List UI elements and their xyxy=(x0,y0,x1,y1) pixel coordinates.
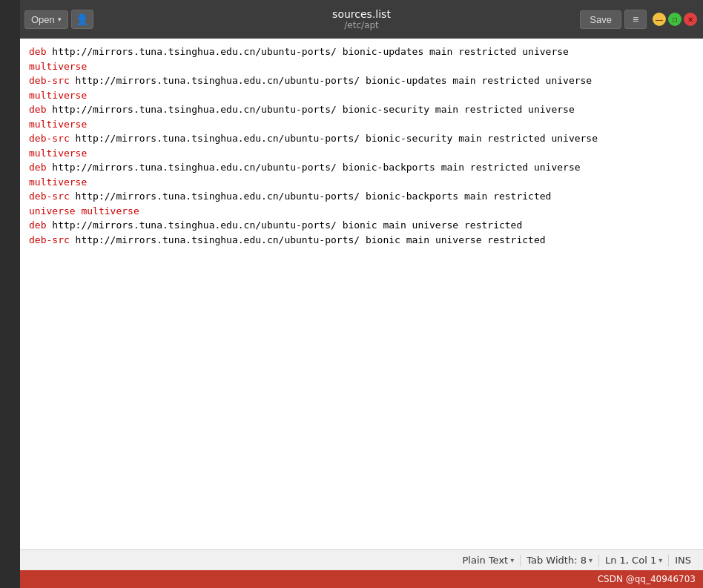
minimize-button[interactable]: — xyxy=(653,13,666,26)
titlebar-right-controls: Save ≡ — □ ✕ xyxy=(580,10,697,29)
maximize-icon: □ xyxy=(673,16,677,24)
editor-line: deb http://mirrors.tuna.tsinghua.edu.cn/… xyxy=(29,160,694,175)
bottom-bar: CSDN @qq_40946703 xyxy=(20,570,703,588)
plain-text-label: Plain Text xyxy=(462,555,508,566)
editor-line: deb-src http://mirrors.tuna.tsinghua.edu… xyxy=(29,233,694,248)
editor-line: deb http://mirrors.tuna.tsinghua.edu.cn/… xyxy=(29,44,694,59)
editor-line: deb http://mirrors.tuna.tsinghua.edu.cn/… xyxy=(29,218,694,233)
editor-line: deb-src http://mirrors.tuna.tsinghua.edu… xyxy=(29,73,694,88)
editor-line: multiverse xyxy=(29,175,694,190)
editor-line: deb-src http://mirrors.tuna.tsinghua.edu… xyxy=(29,131,694,146)
user-icon-button[interactable]: 👤 xyxy=(71,10,93,29)
tab-width-label: Tab Width: 8 xyxy=(527,555,587,566)
user-icon: 👤 xyxy=(76,13,88,25)
cursor-position-selector[interactable]: Ln 1, Col 1 ▾ xyxy=(599,550,668,570)
editor-window: Open ▾ 👤 sources.list /etc/apt Save ≡ — xyxy=(20,0,703,588)
tab-width-selector[interactable]: Tab Width: 8 ▾ xyxy=(521,550,598,570)
editor-content[interactable]: deb http://mirrors.tuna.tsinghua.edu.cn/… xyxy=(20,39,703,549)
open-label: Open xyxy=(31,14,55,25)
editor-line: multiverse xyxy=(29,146,694,161)
ins-mode-label[interactable]: INS xyxy=(669,550,697,570)
editor-line: multiverse xyxy=(29,59,694,74)
editor-text-area[interactable]: deb http://mirrors.tuna.tsinghua.edu.cn/… xyxy=(20,39,703,253)
editor-line: deb http://mirrors.tuna.tsinghua.edu.cn/… xyxy=(29,102,694,117)
left-bg-panel xyxy=(0,0,20,588)
file-title: sources.list xyxy=(332,8,391,20)
close-button[interactable]: ✕ xyxy=(684,13,697,26)
window-controls: — □ ✕ xyxy=(653,13,697,26)
cursor-position-label: Ln 1, Col 1 xyxy=(605,555,656,566)
editor-line: multiverse xyxy=(29,88,694,103)
minimize-icon: — xyxy=(656,16,663,24)
editor-line: multiverse xyxy=(29,117,694,132)
titlebar-left-controls: Open ▾ 👤 xyxy=(20,10,93,29)
close-icon: ✕ xyxy=(687,16,693,24)
plain-text-selector[interactable]: Plain Text ▾ xyxy=(456,550,520,570)
ins-label: INS xyxy=(675,555,691,566)
maximize-button[interactable]: □ xyxy=(668,13,681,26)
cursor-position-dropdown-arrow: ▾ xyxy=(659,556,662,564)
open-button[interactable]: Open ▾ xyxy=(24,10,68,29)
file-path: /etc/apt xyxy=(332,20,391,30)
statusbar: Plain Text ▾ Tab Width: 8 ▾ Ln 1, Col 1 … xyxy=(20,549,703,570)
tab-width-dropdown-arrow: ▾ xyxy=(589,556,593,564)
bottom-bar-text: CSDN @qq_40946703 xyxy=(598,574,696,584)
editor-line: universe multiverse xyxy=(29,204,694,219)
titlebar: Open ▾ 👤 sources.list /etc/apt Save ≡ — xyxy=(20,0,703,39)
save-button[interactable]: Save xyxy=(580,10,621,29)
plain-text-dropdown-arrow: ▾ xyxy=(510,556,514,564)
editor-line: deb-src http://mirrors.tuna.tsinghua.edu… xyxy=(29,189,694,204)
open-dropdown-arrow: ▾ xyxy=(58,16,62,23)
titlebar-center: sources.list /etc/apt xyxy=(332,8,391,30)
hamburger-icon: ≡ xyxy=(633,13,638,25)
hamburger-button[interactable]: ≡ xyxy=(624,10,647,29)
